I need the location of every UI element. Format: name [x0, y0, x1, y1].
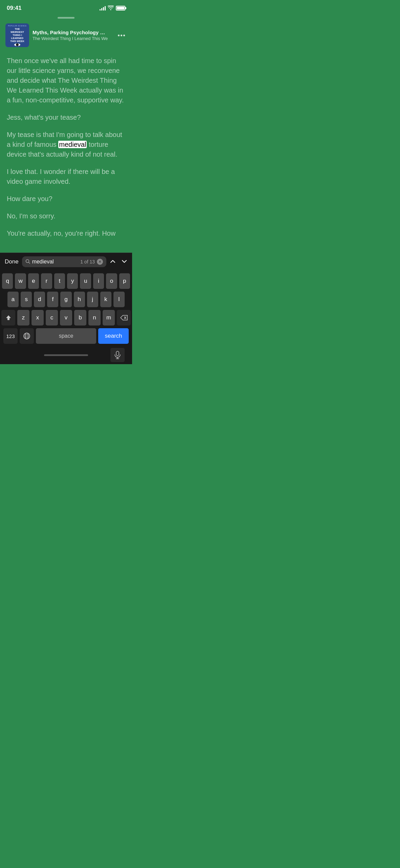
- handle-bar: [0, 14, 132, 21]
- key-i[interactable]: i: [93, 273, 104, 289]
- key-f[interactable]: f: [47, 292, 58, 307]
- battery-icon: [116, 6, 125, 11]
- key-k[interactable]: k: [100, 292, 111, 307]
- keyboard-row-4: 123 space search: [1, 328, 131, 344]
- transcript-p4: I love that. I wonder if there will be a…: [7, 167, 125, 186]
- microphone-key[interactable]: [110, 348, 125, 362]
- natu-label: Natu: [102, 31, 111, 35]
- delete-key[interactable]: [117, 310, 131, 326]
- status-icons: [100, 5, 125, 11]
- wifi-icon: [108, 5, 114, 11]
- search-clear-button[interactable]: ×: [97, 259, 103, 265]
- status-time: 09:41: [7, 5, 21, 12]
- keyboard-row-1: q w e r t y u i o p: [1, 273, 131, 289]
- key-o[interactable]: o: [106, 273, 117, 289]
- key-g[interactable]: g: [60, 292, 71, 307]
- space-key[interactable]: space: [36, 328, 96, 344]
- shift-key[interactable]: [1, 310, 15, 326]
- globe-bottom: [7, 348, 22, 362]
- status-bar: 09:41: [0, 0, 132, 14]
- keyboard-row-2: a s d f g h j k l: [1, 292, 131, 307]
- key-z[interactable]: z: [17, 310, 29, 326]
- key-m[interactable]: m: [103, 310, 115, 326]
- key-y[interactable]: y: [67, 273, 78, 289]
- search-key[interactable]: search: [98, 328, 129, 344]
- podcast-thumbnail: POPULAR SCIENCE THEWEIRDESTTHING ILEARNE…: [5, 23, 29, 47]
- key-e[interactable]: e: [28, 273, 39, 289]
- svg-rect-10: [116, 351, 119, 356]
- home-indicator: [44, 354, 88, 356]
- podcast-episode-title: Myths, Parking Psychology Natu E: [33, 29, 112, 35]
- highlight-medieval: medieval: [58, 141, 87, 148]
- key-b[interactable]: b: [74, 310, 86, 326]
- mini-player[interactable]: POPULAR SCIENCE THEWEIRDESTTHING ILEARNE…: [0, 21, 132, 49]
- key-w[interactable]: w: [15, 273, 26, 289]
- search-input[interactable]: medieval: [32, 259, 77, 265]
- search-bar: Done medieval 1 of 13 ×: [0, 253, 132, 271]
- transcript-p7: You're actually, no, you're right. How: [7, 229, 125, 238]
- transcript-p3: My tease is that I'm going to talk about…: [7, 130, 125, 159]
- key-x[interactable]: x: [31, 310, 44, 326]
- key-p[interactable]: p: [119, 273, 130, 289]
- search-input-container[interactable]: medieval 1 of 13 ×: [22, 256, 106, 267]
- signal-icon: [100, 6, 106, 11]
- transcript-p1: Then once we've all had time to spin our…: [7, 56, 125, 105]
- key-q[interactable]: q: [2, 273, 13, 289]
- key-s[interactable]: s: [21, 292, 32, 307]
- numbers-key[interactable]: 123: [3, 328, 18, 344]
- transcript-p2: Jess, what's your tease?: [7, 113, 125, 122]
- search-icon: [25, 259, 30, 265]
- key-j[interactable]: j: [87, 292, 98, 307]
- key-t[interactable]: t: [54, 273, 65, 289]
- thumb-popular-label: POPULAR SCIENCE: [8, 25, 26, 27]
- thumb-title: THEWEIRDESTTHING ILEARNEDTHIS WEEK: [10, 27, 24, 43]
- done-button[interactable]: Done: [5, 258, 19, 265]
- svg-line-1: [28, 262, 30, 263]
- globe-key[interactable]: [20, 328, 34, 344]
- transcript-p5: How dare you?: [7, 194, 125, 204]
- thumb-eye: [14, 43, 20, 46]
- search-count: 1 of 13: [80, 259, 95, 264]
- podcast-info: Myths, Parking Psychology Natu E The Wei…: [33, 29, 112, 41]
- podcast-show-name: The Weirdest Thing I Learned This We: [33, 36, 112, 41]
- key-r[interactable]: r: [41, 273, 52, 289]
- transcript-p6: No, I'm so sorry.: [7, 211, 125, 221]
- key-a[interactable]: a: [7, 292, 19, 307]
- search-prev-button[interactable]: [110, 258, 116, 266]
- keyboard: q w e r t y u i o p a s d f g h j k l z …: [0, 271, 132, 364]
- key-c[interactable]: c: [46, 310, 58, 326]
- search-next-button[interactable]: [121, 258, 127, 266]
- key-u[interactable]: u: [80, 273, 91, 289]
- key-h[interactable]: h: [74, 292, 85, 307]
- more-options-button[interactable]: [116, 30, 127, 41]
- keyboard-row-3: z x c v b n m: [1, 310, 131, 326]
- key-l[interactable]: l: [113, 292, 125, 307]
- svg-marker-2: [6, 315, 11, 320]
- search-nav: [110, 258, 127, 266]
- key-v[interactable]: v: [60, 310, 72, 326]
- key-d[interactable]: d: [34, 292, 45, 307]
- key-n[interactable]: n: [88, 310, 101, 326]
- transcript-area: Then once we've all had time to spin our…: [0, 49, 132, 253]
